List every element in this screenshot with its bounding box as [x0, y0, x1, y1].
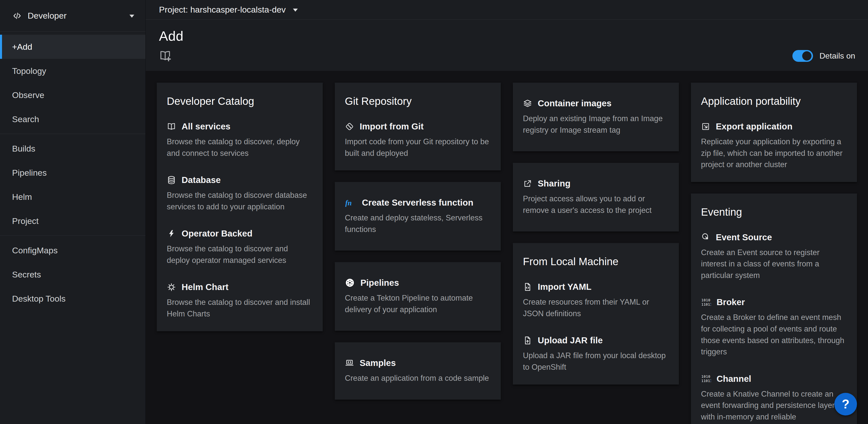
card-title-eventing: Eventing	[701, 206, 847, 218]
book-icon	[167, 122, 176, 131]
item-label: Create Serverless function	[362, 198, 473, 207]
details-toggle-group: Details on	[793, 50, 855, 62]
sidebar-nav: +AddTopologyObserveSearchBuildsPipelines…	[0, 32, 146, 311]
sidebar-item-project[interactable]: Project	[0, 209, 146, 233]
item-description: Deploy an existing Image from an Image r…	[523, 113, 669, 136]
add-item-channel[interactable]: 101011011ChannelCreate a Knative Channel…	[701, 374, 847, 423]
item-head: All services	[167, 121, 313, 132]
sidebar-divider	[0, 134, 146, 134]
add-item-pipelines[interactable]: PipelinesCreate a Tekton Pipeline to aut…	[345, 278, 491, 315]
database-icon	[167, 175, 176, 185]
item-description: Create a Broker to define an event mesh …	[701, 312, 847, 358]
sidebar-item-add[interactable]: +Add	[0, 35, 146, 59]
item-label: Helm Chart	[182, 282, 228, 292]
fn-icon: fn	[345, 198, 356, 207]
item-description: Create a Tekton Pipeline to automate del…	[345, 292, 491, 315]
help-button[interactable]: ?	[834, 393, 857, 416]
add-item-operator-backed[interactable]: Operator BackedBrowse the catalog to dis…	[167, 228, 313, 266]
svg-text:11011: 11011	[702, 302, 711, 306]
add-page-content: Developer CatalogAll servicesBrowse the …	[146, 71, 868, 424]
sidebar-item-configmaps[interactable]: ConfigMaps	[0, 238, 146, 262]
item-head: Database	[167, 175, 313, 185]
add-item-container-images[interactable]: Container imagesDeploy an existing Image…	[523, 98, 669, 136]
item-head: Import from Git	[345, 121, 491, 132]
add-item-export-application[interactable]: Export applicationReplicate your applica…	[701, 121, 847, 170]
layers-icon	[523, 99, 532, 108]
sidebar-item-helm[interactable]: Helm	[0, 185, 146, 209]
chevron-down-icon	[129, 13, 135, 19]
add-item-broker[interactable]: 101011011BrokerCreate a Broker to define…	[701, 297, 847, 358]
card-title-git-repository: Git Repository	[345, 95, 491, 107]
add-item-all-services[interactable]: All servicesBrowse the catalog to discov…	[167, 121, 313, 159]
sidebar-item-secrets[interactable]: Secrets	[0, 262, 146, 286]
item-description: Upload a JAR file from your local deskto…	[523, 350, 669, 373]
svg-text:11011: 11011	[702, 379, 711, 383]
perspective-switcher[interactable]: Developer	[0, 0, 146, 32]
card-git-repository: Git RepositoryImport from GitImport code…	[335, 83, 501, 170]
item-head: 101011011Channel	[701, 374, 847, 384]
card-columns: Developer CatalogAll servicesBrowse the …	[157, 83, 856, 424]
item-head: Export application	[701, 121, 847, 132]
add-item-upload-jar-file[interactable]: Upload JAR fileUpload a JAR file from yo…	[523, 335, 669, 373]
item-head: Event Source	[701, 232, 847, 242]
item-description: Project access allows you to add or remo…	[523, 193, 669, 216]
add-item-import-yaml[interactable]: Import YAMLCreate resources from their Y…	[523, 282, 669, 319]
svg-text:1010: 1010	[702, 374, 711, 378]
card-column-4: Application portabilityExport applicatio…	[691, 83, 857, 424]
item-head: Samples	[345, 358, 491, 368]
sidebar-item-pipelines[interactable]: Pipelines	[0, 161, 146, 185]
item-label: Sharing	[538, 178, 570, 189]
item-description: Import code from your Git repository to …	[345, 136, 491, 159]
file-code-icon	[523, 282, 532, 291]
question-mark-icon: ?	[842, 397, 850, 412]
item-label: Export application	[716, 121, 793, 132]
sidebar-item-search[interactable]: Search	[0, 107, 146, 131]
sidebar-item-topology[interactable]: Topology	[0, 59, 146, 83]
add-item-import-from-git[interactable]: Import from GitImport code from your Git…	[345, 121, 491, 159]
item-description: Browse the catalog to discover, deploy a…	[167, 136, 313, 159]
details-toggle-label: Details on	[819, 51, 855, 61]
helm-icon	[167, 283, 176, 292]
sidebar-item-desktop-tools[interactable]: Desktop Tools	[0, 286, 146, 311]
laptop-code-icon	[345, 359, 354, 368]
catalog-book-plus-icon	[159, 49, 172, 62]
details-toggle[interactable]	[793, 50, 813, 62]
add-item-helm-chart[interactable]: Helm ChartBrowse the catalog to discover…	[167, 282, 313, 319]
add-item-event-source[interactable]: Event SourceCreate an Event source to re…	[701, 232, 847, 281]
card-title-developer-catalog: Developer Catalog	[167, 95, 313, 107]
add-item-database[interactable]: DatabaseBrowse the catalog to discover d…	[167, 175, 313, 213]
item-label: Import YAML	[538, 282, 591, 292]
item-head: Helm Chart	[167, 282, 313, 292]
item-head: fnCreate Serverless function	[345, 198, 491, 207]
item-description: Create a Knative Channel to create an ev…	[701, 388, 847, 423]
add-item-sharing[interactable]: SharingProject access allows you to add …	[523, 178, 669, 216]
code-icon	[12, 11, 22, 20]
tekton-icon	[345, 278, 355, 288]
item-description: Create and deploy stateless, Serverless …	[345, 212, 491, 235]
binary-icon: 101011011	[701, 298, 711, 307]
svg-text:1010: 1010	[702, 298, 711, 302]
item-label: Pipelines	[361, 278, 399, 288]
item-description: Create resources from their YAML or JSON…	[523, 296, 669, 319]
add-item-samples[interactable]: SamplesCreate an application from a code…	[345, 358, 491, 384]
item-label: Container images	[538, 98, 612, 108]
sidebar-divider	[0, 235, 146, 236]
svg-text:fn: fn	[345, 199, 352, 206]
item-head: Container images	[523, 98, 669, 108]
sidebar-item-builds[interactable]: Builds	[0, 137, 146, 161]
item-label: All services	[182, 121, 230, 132]
card-samples: SamplesCreate an application from a code…	[335, 342, 501, 400]
project-selector[interactable]: Project: harshcasper-localsta-dev	[159, 5, 299, 15]
item-description: Create an Event source to register inter…	[701, 247, 847, 281]
page-header: Add Details on	[146, 20, 868, 71]
perspective-label: Developer	[28, 11, 67, 21]
card-title-from-local-machine: From Local Machine	[523, 256, 669, 268]
item-label: Channel	[717, 374, 751, 384]
item-description: Create an application from a code sample	[345, 372, 491, 384]
card-container-images: Container imagesDeploy an existing Image…	[513, 83, 679, 151]
item-label: Import from Git	[360, 121, 424, 132]
sidebar-item-observe[interactable]: Observe	[0, 83, 146, 107]
main-area: Project: harshcasper-localsta-dev Add De…	[146, 0, 868, 424]
add-item-create-serverless-function[interactable]: fnCreate Serverless functionCreate and d…	[345, 198, 491, 235]
item-label: Upload JAR file	[538, 335, 603, 345]
